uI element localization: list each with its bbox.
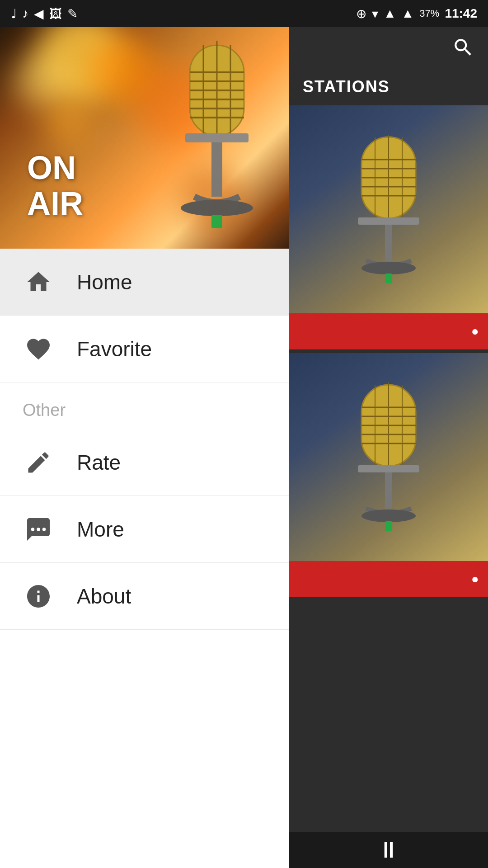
station-card-1-bg [289,105,488,313]
other-section-header: Other [0,382,289,429]
more-label: More [77,517,124,542]
home-icon [23,266,54,298]
battery-indicator: 37% [419,8,439,19]
music-note-2-icon: ♪ [22,6,28,21]
nav-menu: Home Favorite Other [0,249,289,868]
signal-1-icon: ▲ [384,6,396,21]
add-circle-icon: ⊕ [356,6,366,21]
svg-rect-39 [358,465,419,472]
svg-rect-42 [385,521,392,531]
status-bar-left: ♩ ♪ ◀ 🖼 ✎ [11,6,78,21]
pause-button[interactable]: ⏸ [377,837,400,863]
svg-rect-11 [211,142,222,197]
nav-item-more[interactable]: More [0,496,289,563]
favorite-label: Favorite [77,337,152,361]
more-icon [23,514,54,545]
svg-rect-13 [211,215,222,228]
heart-icon [23,333,54,365]
station-card-2[interactable]: ● [289,353,488,597]
svg-rect-29 [385,274,392,283]
station-mic-2-icon [348,380,429,534]
svg-point-14 [31,528,35,531]
station-card-2-bg [289,353,488,561]
hero-microphone-icon [163,36,271,244]
svg-point-28 [361,262,416,274]
edit-icon: ✎ [67,6,78,21]
svg-point-16 [42,528,46,531]
back-arrow-icon: ◀ [34,6,44,21]
svg-point-12 [181,200,253,216]
svg-point-41 [361,509,416,522]
svg-point-15 [37,528,40,531]
svg-rect-10 [185,133,249,142]
main-layout: ON AIR Home Favori [0,27,488,868]
station-card-2-bar: ● [289,561,488,597]
music-note-1-icon: ♩ [11,6,17,21]
on-air-text: ON AIR [27,150,83,222]
status-time: 11:42 [445,6,477,21]
home-label: Home [77,270,132,294]
wifi-icon: ▾ [372,6,378,21]
bottom-player-bar[interactable]: ⏸ [289,832,488,868]
about-label: About [77,584,131,609]
svg-rect-27 [385,225,392,261]
info-icon [23,580,54,612]
right-panel-header [289,27,488,73]
status-bar: ♩ ♪ ◀ 🖼 ✎ ⊕ ▾ ▲ ▲ 37% 11:42 [0,0,488,27]
station-card-1-bar: ● [289,313,488,349]
rate-label: Rate [77,450,121,475]
nav-item-rate[interactable]: Rate [0,429,289,496]
station-card-1[interactable]: ● [289,105,488,349]
nav-item-about[interactable]: About [0,563,289,630]
svg-rect-40 [385,472,392,509]
drawer: ON AIR Home Favori [0,27,289,868]
status-bar-right: ⊕ ▾ ▲ ▲ 37% 11:42 [356,6,477,21]
stations-label: STATIONS [289,73,488,105]
nav-item-favorite[interactable]: Favorite [0,316,289,382]
svg-rect-26 [358,217,419,225]
signal-2-icon: ▲ [402,6,414,21]
search-button[interactable] [452,36,474,64]
station-mic-1-icon [348,132,429,286]
right-panel: STATIONS [289,27,488,868]
image-icon: 🖼 [49,6,62,21]
rate-icon [23,447,54,478]
nav-item-home[interactable]: Home [0,249,289,316]
hero-banner: ON AIR [0,27,289,249]
